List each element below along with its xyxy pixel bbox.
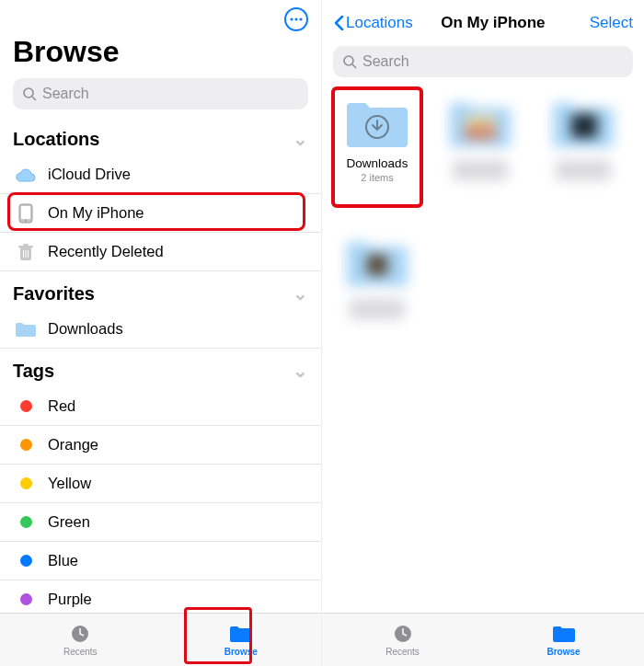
tab-recents[interactable]: Recents xyxy=(0,614,161,666)
tab-bar: Recents Browse xyxy=(0,613,321,666)
tab-browse[interactable]: Browse xyxy=(483,614,644,666)
svg-rect-21 xyxy=(367,255,387,275)
svg-rect-9 xyxy=(18,246,33,248)
tag-dot-icon xyxy=(13,439,39,451)
search-input[interactable]: Search xyxy=(333,46,633,77)
tag-dot-icon xyxy=(13,477,39,489)
chevron-down-icon: ⌄ xyxy=(293,282,308,304)
grid-item-obscured[interactable] xyxy=(532,92,635,203)
chevron-down-icon: ⌄ xyxy=(293,128,308,150)
iphone-icon xyxy=(13,203,39,224)
tag-dot-icon xyxy=(13,400,39,412)
chevron-left-icon xyxy=(333,15,344,31)
tag-red[interactable]: Red xyxy=(0,387,321,426)
items-grid: Downloads 2 items xyxy=(322,86,644,345)
svg-point-15 xyxy=(344,56,353,65)
annotation-highlight xyxy=(331,86,423,208)
grid-item-obscured[interactable] xyxy=(326,231,429,339)
cloud-icon xyxy=(13,167,39,182)
folder-contents-pane: Locations On My iPhone Select Search Dow… xyxy=(322,0,644,666)
svg-rect-10 xyxy=(23,244,29,246)
tag-dot-icon xyxy=(13,593,39,605)
svg-point-2 xyxy=(299,17,302,20)
search-placeholder: Search xyxy=(362,53,409,70)
search-icon xyxy=(342,54,357,69)
tag-dot-icon xyxy=(13,555,39,567)
folder-icon xyxy=(552,624,576,644)
nav-title: On My iPhone xyxy=(433,14,553,32)
tab-recents[interactable]: Recents xyxy=(322,614,483,666)
favorites-header[interactable]: Favorites ⌄ xyxy=(0,271,321,310)
tag-green[interactable]: Green xyxy=(0,503,321,542)
left-top-bar xyxy=(0,0,321,35)
folder-icon xyxy=(229,624,253,644)
svg-rect-6 xyxy=(21,206,30,219)
svg-line-4 xyxy=(32,97,36,100)
tag-orange[interactable]: Orange xyxy=(0,426,321,465)
tag-dot-icon xyxy=(13,516,39,528)
back-button[interactable]: Locations xyxy=(333,14,433,32)
chevron-down-icon: ⌄ xyxy=(293,360,308,382)
search-input[interactable]: Search xyxy=(13,78,308,109)
svg-rect-19 xyxy=(465,116,496,125)
tag-blue[interactable]: Blue xyxy=(0,542,321,580)
downloads-folder-icon xyxy=(13,321,39,338)
select-button[interactable]: Select xyxy=(553,14,633,32)
nav-bar: Locations On My iPhone Select xyxy=(322,0,644,40)
svg-point-0 xyxy=(290,17,293,20)
search-placeholder: Search xyxy=(42,86,89,102)
svg-rect-20 xyxy=(571,114,597,138)
location-on-my-iphone[interactable]: On My iPhone xyxy=(0,194,321,233)
tags-header[interactable]: Tags ⌄ xyxy=(0,349,321,387)
svg-point-7 xyxy=(25,220,27,222)
page-title: Browse xyxy=(0,35,321,78)
search-icon xyxy=(22,86,37,101)
locations-header[interactable]: Locations ⌄ xyxy=(0,117,321,155)
clock-icon xyxy=(70,624,90,644)
trash-icon xyxy=(13,243,39,261)
location-recently-deleted[interactable]: Recently Deleted xyxy=(0,233,321,271)
more-options-icon[interactable] xyxy=(284,7,308,31)
tag-yellow[interactable]: Yellow xyxy=(0,465,321,503)
tab-browse[interactable]: Browse xyxy=(161,614,322,666)
location-icloud-drive[interactable]: iCloud Drive xyxy=(0,155,321,194)
svg-line-16 xyxy=(352,64,356,68)
clock-icon xyxy=(393,624,413,644)
grid-item-obscured[interactable] xyxy=(429,92,532,203)
svg-point-1 xyxy=(294,17,297,20)
tab-bar: Recents Browse xyxy=(322,613,644,666)
favorite-downloads[interactable]: Downloads xyxy=(0,310,321,349)
svg-point-3 xyxy=(24,88,33,98)
browse-pane: Browse Search Locations ⌄ iCloud Drive O… xyxy=(0,0,322,666)
